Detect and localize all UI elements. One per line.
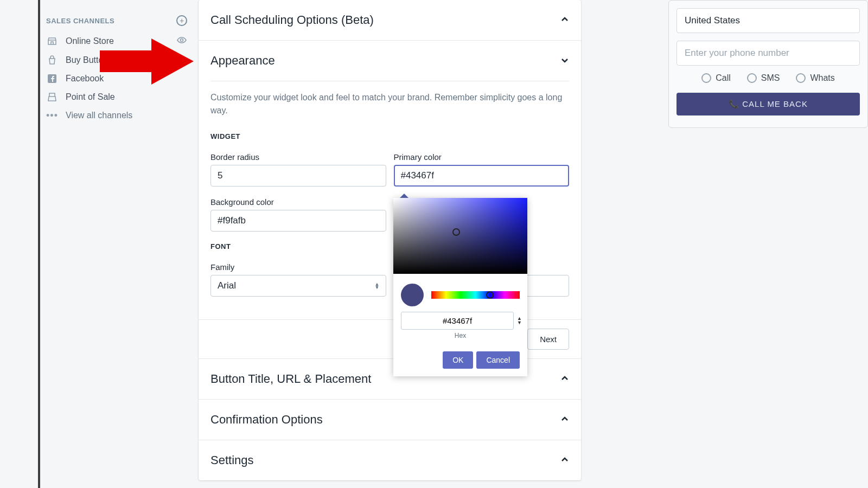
field-font-family: Family ▲▼ (210, 262, 386, 297)
font-family-select[interactable] (210, 275, 386, 297)
widget-group-label: WIDGET (210, 132, 569, 140)
section-title: Settings (210, 453, 254, 467)
sidebar-item-label: Facebook (66, 74, 104, 84)
phone-input[interactable] (676, 41, 860, 66)
cancel-button[interactable]: Cancel (476, 351, 520, 369)
section-title: Confirmation Options (210, 413, 323, 427)
widget-preview: United States Call SMS Whats 📞 CALL ME B… (668, 0, 868, 128)
bag-icon (46, 54, 58, 66)
radio-icon (701, 73, 711, 83)
radio-call[interactable]: Call (701, 73, 731, 83)
store-icon (46, 35, 58, 47)
call-me-back-button[interactable]: 📞 CALL ME BACK (676, 93, 860, 115)
picker-buttons: OK Cancel (393, 346, 527, 376)
section-confirmation: Confirmation Options (199, 400, 581, 440)
pos-icon (46, 91, 58, 103)
country-value: United States (685, 15, 740, 25)
chevron-up-icon (560, 415, 569, 425)
saturation-cursor-icon (452, 228, 460, 236)
section-title: Button Title, URL & Placement (210, 372, 371, 386)
border-radius-label: Border radius (210, 152, 386, 162)
dots-icon: ••• (46, 110, 58, 121)
sidebar-item-view-all[interactable]: ••• View all channels (46, 106, 193, 125)
radio-whatsapp[interactable]: Whats (796, 73, 834, 83)
sidebar-item-label: Point of Sale (66, 92, 115, 102)
chevron-down-icon (560, 56, 569, 66)
hex-input-row: ▲▼ (393, 312, 527, 332)
format-toggle-icon[interactable]: ▲▼ (517, 317, 522, 324)
country-select[interactable]: United States (676, 8, 860, 33)
sidebar-header: SALES CHANNELS + (46, 15, 193, 26)
saturation-area[interactable] (393, 198, 527, 274)
primary-color-label: Primary color (394, 152, 570, 162)
section-title: Appearance (210, 54, 275, 68)
radio-icon (747, 73, 757, 83)
section-title: Call Scheduling Options (Beta) (210, 13, 374, 27)
radio-icon (796, 73, 806, 83)
chevron-up-icon (560, 15, 569, 25)
contact-method-radios: Call SMS Whats (676, 73, 860, 83)
radio-label: SMS (761, 73, 780, 83)
section-header-settings[interactable]: Settings (199, 440, 581, 480)
field-border-radius: Border radius (210, 152, 386, 187)
sidebar-item-point-of-sale[interactable]: Point of Sale (46, 88, 193, 106)
background-color-label: Background color (210, 197, 386, 207)
radio-label: Call (716, 73, 731, 83)
background-color-input[interactable] (210, 210, 386, 232)
primary-color-input[interactable] (394, 165, 570, 187)
sidebar-item-label: View all channels (66, 111, 132, 120)
left-rail-divider (38, 0, 40, 488)
facebook-icon (46, 73, 58, 85)
hue-slider[interactable] (431, 291, 520, 299)
section-header-confirmation[interactable]: Confirmation Options (199, 400, 581, 440)
radio-label: Whats (810, 73, 834, 83)
section-header-appearance[interactable]: Appearance (199, 41, 581, 81)
radio-sms[interactable]: SMS (747, 73, 780, 83)
divider (210, 81, 569, 81)
svg-marker-2 (100, 38, 194, 85)
chevron-up-icon (560, 374, 569, 384)
appearance-description: Customize your widget look and feel to m… (210, 91, 569, 117)
section-header-call-scheduling[interactable]: Call Scheduling Options (Beta) (199, 0, 581, 40)
ok-button[interactable]: OK (443, 351, 473, 369)
hue-cursor-icon (486, 291, 494, 299)
next-button[interactable]: Next (527, 329, 569, 350)
color-preview-swatch (401, 284, 424, 306)
annotation-arrow-icon (100, 38, 195, 87)
field-primary-color: Primary color (394, 152, 570, 187)
popup-arrow-icon (400, 194, 409, 198)
hex-label: Hex (393, 332, 527, 346)
hex-input[interactable] (401, 312, 514, 330)
sidebar-title: SALES CHANNELS (46, 17, 114, 25)
field-background-color: Background color (210, 197, 386, 232)
chevron-up-icon (560, 455, 569, 466)
section-call-scheduling: Call Scheduling Options (Beta) (199, 0, 581, 41)
select-caret-icon: ▲▼ (375, 282, 380, 290)
font-family-label: Family (210, 262, 386, 272)
add-channel-icon[interactable]: + (176, 15, 187, 26)
section-settings: Settings (199, 440, 581, 480)
color-picker-popup: ▲▼ Hex OK Cancel (393, 198, 527, 376)
picker-mid-row (393, 274, 527, 312)
border-radius-input[interactable] (210, 165, 386, 187)
